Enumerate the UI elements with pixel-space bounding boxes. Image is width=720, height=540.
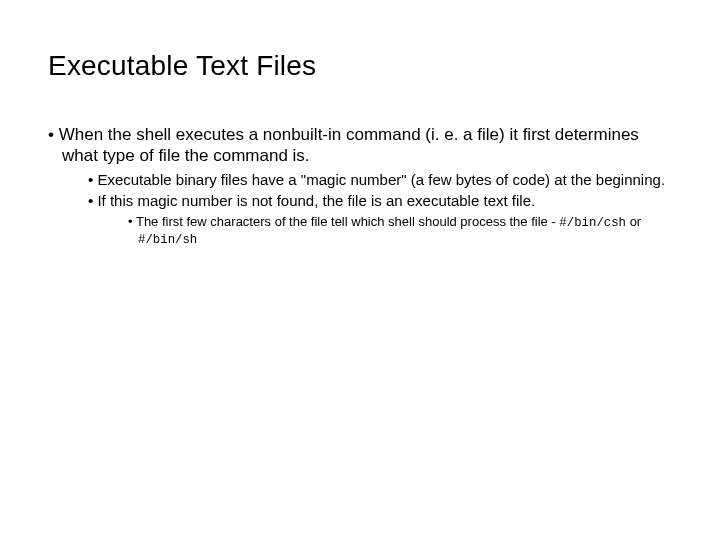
bullet-list-level-2: Executable binary files have a "magic nu… <box>88 171 672 249</box>
bullet-text: or <box>626 214 641 229</box>
bullet-item: If this magic number is not found, the f… <box>88 192 672 248</box>
bullet-text: The first few characters of the file tel… <box>136 214 559 229</box>
bullet-item: The first few characters of the file tel… <box>128 214 672 248</box>
bullet-text: If this magic number is not found, the f… <box>97 192 535 209</box>
bullet-item: Executable binary files have a "magic nu… <box>88 171 672 190</box>
bullet-list-level-3: The first few characters of the file tel… <box>128 214 672 248</box>
bullet-text: When the shell executes a nonbuilt-in co… <box>59 125 639 165</box>
code-text: #/bin/csh <box>559 216 626 230</box>
bullet-item: When the shell executes a nonbuilt-in co… <box>48 124 672 248</box>
bullet-list-level-1: When the shell executes a nonbuilt-in co… <box>48 124 672 248</box>
slide-title: Executable Text Files <box>48 50 672 82</box>
code-text: #/bin/sh <box>138 233 197 247</box>
bullet-text: Executable binary files have a "magic nu… <box>97 171 665 188</box>
